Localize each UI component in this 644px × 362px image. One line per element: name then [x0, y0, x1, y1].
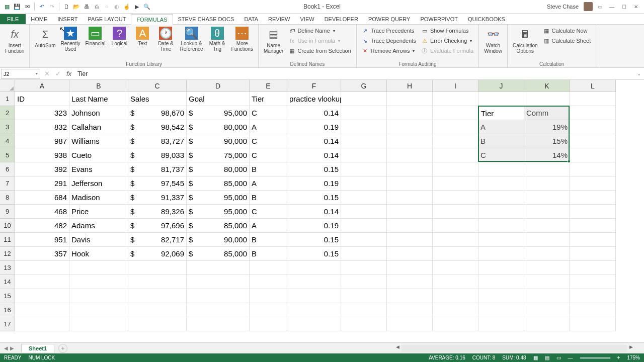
cell[interactable]	[15, 275, 69, 289]
tab-insert[interactable]: INSERT	[52, 14, 83, 24]
tab-page-layout[interactable]: PAGE LAYOUT	[83, 14, 131, 24]
row-header-2[interactable]: 2	[0, 106, 15, 120]
cell[interactable]: Goal	[187, 92, 250, 106]
cell[interactable]: $97,696	[128, 219, 187, 233]
cell[interactable]: 0.19	[287, 120, 341, 134]
cell[interactable]	[570, 219, 616, 233]
cell[interactable]: Adams	[69, 219, 128, 233]
cell[interactable]: Callahan	[69, 120, 128, 134]
tab-steve-chase-docs[interactable]: STEVE CHASE DOCS	[173, 14, 239, 24]
zoom-in-icon[interactable]: +	[617, 355, 620, 360]
cell[interactable]	[524, 162, 570, 176]
cell[interactable]	[128, 261, 187, 275]
cell[interactable]	[433, 148, 478, 162]
user-avatar[interactable]	[584, 2, 593, 11]
cell[interactable]: A	[250, 120, 287, 134]
cell[interactable]	[478, 92, 524, 106]
cell[interactable]	[341, 205, 387, 219]
cell[interactable]	[433, 219, 478, 233]
cell[interactable]	[341, 317, 387, 331]
tab-power-query[interactable]: POWER QUERY	[363, 14, 416, 24]
cell[interactable]	[387, 134, 433, 148]
cell[interactable]	[478, 317, 524, 331]
cell[interactable]: $82,717	[128, 233, 187, 247]
select-all-corner[interactable]	[0, 80, 15, 92]
cell[interactable]: 323	[15, 106, 69, 120]
cell[interactable]: $83,727	[128, 134, 187, 148]
cell[interactable]: B	[250, 233, 287, 247]
cell[interactable]	[387, 275, 433, 289]
cell[interactable]: 482	[15, 219, 69, 233]
cell[interactable]	[128, 303, 187, 317]
find-icon[interactable]: 🔍	[143, 3, 151, 11]
cell[interactable]	[387, 191, 433, 205]
cell[interactable]	[524, 289, 570, 303]
cell[interactable]: A	[478, 120, 524, 134]
cell[interactable]	[341, 176, 387, 191]
cell[interactable]	[341, 92, 387, 106]
cell[interactable]	[433, 162, 478, 176]
cell[interactable]	[341, 261, 387, 275]
save-icon[interactable]: 💾	[13, 3, 21, 11]
tab-developer[interactable]: DEVELOPER	[319, 14, 363, 24]
cell[interactable]	[478, 219, 524, 233]
name-manager-button[interactable]: ▤NameManager	[262, 26, 285, 55]
calculation-options-button[interactable]: 🖩CalculationOptions	[511, 26, 539, 55]
col-header-L[interactable]: L	[570, 80, 616, 92]
cell[interactable]	[250, 261, 287, 275]
col-header-F[interactable]: F	[287, 80, 341, 92]
cell[interactable]	[478, 275, 524, 289]
cell[interactable]	[478, 162, 524, 176]
cell[interactable]	[341, 148, 387, 162]
cell[interactable]	[128, 275, 187, 289]
sheet-nav-next-icon[interactable]: ▶	[10, 345, 14, 351]
financial-button[interactable]: ▭Financial	[83, 26, 107, 47]
cell[interactable]	[341, 233, 387, 247]
cell[interactable]: 15%	[524, 134, 570, 148]
col-header-G[interactable]: G	[341, 80, 387, 92]
name-box[interactable]: J2▾	[1, 69, 40, 79]
cell[interactable]	[433, 176, 478, 191]
touch-icon[interactable]: ☝	[123, 3, 131, 11]
cell[interactable]	[524, 233, 570, 247]
user-name[interactable]: Steve Chase	[547, 4, 579, 10]
cell[interactable]: Williams	[69, 134, 128, 148]
cell[interactable]	[15, 289, 69, 303]
cell[interactable]: B	[250, 247, 287, 261]
col-header-K[interactable]: K	[524, 80, 570, 92]
cell[interactable]: 0.19	[287, 219, 341, 233]
calculate-now-button[interactable]: ▦Calculate Now	[541, 26, 593, 36]
cell[interactable]	[524, 205, 570, 219]
cell[interactable]: $85,000	[187, 219, 250, 233]
row-header-5[interactable]: 5	[0, 148, 15, 162]
cell[interactable]	[524, 275, 570, 289]
cell[interactable]: $98,542	[128, 120, 187, 134]
cell[interactable]: A	[250, 219, 287, 233]
cell[interactable]	[433, 134, 478, 148]
cell[interactable]: B	[250, 162, 287, 176]
close-icon[interactable]: ✕	[631, 2, 641, 11]
tab-view[interactable]: VIEW	[295, 14, 319, 24]
cell[interactable]	[15, 317, 69, 331]
cell[interactable]	[570, 120, 616, 134]
cell[interactable]: C	[250, 148, 287, 162]
cell[interactable]: C	[250, 134, 287, 148]
cell[interactable]: $95,000	[187, 106, 250, 120]
col-header-H[interactable]: H	[387, 80, 433, 92]
cell[interactable]: Johnson	[69, 106, 128, 120]
cell[interactable]	[524, 247, 570, 261]
cell[interactable]	[478, 289, 524, 303]
lookup-reference-button[interactable]: 🔍Lookup &Reference	[178, 26, 205, 53]
cell[interactable]	[570, 134, 616, 148]
cell[interactable]: Hook	[69, 247, 128, 261]
cell[interactable]	[478, 233, 524, 247]
cell[interactable]	[433, 289, 478, 303]
tab-quickbooks[interactable]: QuickBooks	[463, 14, 510, 24]
cell[interactable]	[433, 191, 478, 205]
minimize-icon[interactable]: —	[607, 2, 617, 11]
new-icon[interactable]: 🗋	[62, 3, 70, 11]
formula-input[interactable]: Tier	[74, 70, 634, 77]
cell[interactable]: $89,326	[128, 205, 187, 219]
horizontal-scrollbar[interactable]: ◀▶	[393, 343, 635, 353]
cell[interactable]: 19%	[524, 120, 570, 134]
